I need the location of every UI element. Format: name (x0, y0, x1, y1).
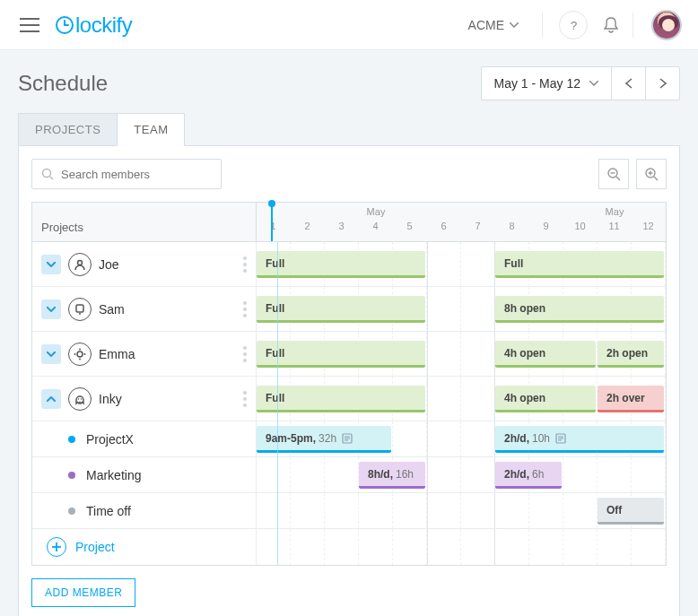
date-range-picker[interactable]: May 1 - May 12 (481, 66, 680, 100)
clock-icon (56, 16, 74, 34)
schedule-bar[interactable]: 4h open (495, 341, 596, 368)
schedule-bar[interactable]: 9am-5pm, 32h (257, 426, 391, 453)
bar-label: 4h open (504, 392, 545, 404)
expand-button[interactable] (41, 344, 61, 364)
schedule-bar[interactable]: 4h open (495, 386, 596, 412)
row-name-cell: Project (32, 529, 257, 565)
row-name-cell: Time off (32, 493, 257, 528)
collapse-button[interactable] (41, 389, 61, 409)
bar-label: Off (606, 504, 622, 516)
add-project-button[interactable]: Project (41, 537, 115, 557)
person-name: Inky (99, 392, 122, 406)
schedule-bar[interactable]: Full (257, 251, 425, 278)
bar-suffix: 10h (532, 432, 550, 445)
row-timeline[interactable]: 8h/d, 16h2h/d, 6h (257, 457, 666, 492)
page-title: Schedule (18, 71, 108, 96)
day-header: 3 (325, 203, 359, 241)
drag-handle[interactable] (243, 346, 247, 362)
expand-button[interactable] (41, 299, 61, 319)
month-label: May (359, 206, 393, 217)
row-timeline[interactable] (257, 529, 666, 565)
bar-label: 2h over (606, 392, 645, 404)
column-header-projects: Projects (32, 203, 257, 241)
bar-label: 2h/d, (504, 432, 529, 445)
avatar-icon (68, 387, 92, 411)
schedule-bar[interactable]: 8h open (495, 296, 664, 323)
bar-label: Full (266, 392, 284, 404)
schedule-bar[interactable]: Full (257, 296, 425, 323)
svg-point-19 (74, 353, 76, 355)
next-period-button[interactable] (645, 66, 679, 100)
project-color-dot (68, 508, 75, 515)
day-header: 10 (563, 203, 598, 241)
search-input[interactable] (61, 168, 212, 181)
bar-label: 2h/d, (504, 468, 529, 481)
bell-icon (604, 17, 618, 33)
row-name-cell: Marketing (32, 457, 257, 492)
drag-handle[interactable] (243, 301, 247, 317)
row-timeline[interactable]: FullFull (257, 242, 666, 286)
person-row: InkyFull4h open2h over (32, 377, 666, 421)
bar-label: 8h open (504, 302, 545, 315)
note-icon (342, 433, 353, 444)
zoom-in-button[interactable] (636, 159, 667, 189)
schedule-bar[interactable]: Off (598, 498, 664, 525)
schedule-bar[interactable]: 2h/d, 10h (495, 426, 664, 453)
svg-point-20 (84, 353, 86, 355)
expand-button[interactable] (41, 255, 61, 274)
workspace-selector[interactable]: ACME (468, 18, 519, 32)
search-input-wrapper[interactable] (31, 159, 222, 189)
add-member-button[interactable]: ADD MEMBER (31, 578, 135, 607)
person-name: Emma (99, 347, 135, 361)
person-name: Sam (99, 302, 125, 317)
schedule-bar[interactable]: 2h over (598, 386, 664, 412)
schedule-bar[interactable]: 2h/d, 6h (495, 462, 562, 489)
day-header: 7 (461, 203, 495, 241)
svg-point-16 (77, 351, 83, 357)
day-header: 2 (291, 203, 325, 241)
row-timeline[interactable]: Off (257, 493, 666, 528)
row-name-cell: Joe (32, 242, 257, 286)
tab-projects[interactable]: PROJECTS (18, 113, 117, 146)
help-button[interactable]: ? (559, 11, 588, 39)
date-range-label[interactable]: May 1 - May 12 (482, 76, 611, 91)
tab-team[interactable]: TEAM (117, 113, 185, 146)
svg-rect-14 (76, 305, 83, 312)
person-row: EmmaFull4h open2h open (32, 332, 666, 377)
project-name: Marketing (86, 468, 141, 482)
schedule-bar[interactable]: Full (257, 341, 425, 368)
project-row: ProjectX9am-5pm, 32h2h/d, 10h (32, 421, 666, 457)
svg-point-22 (81, 398, 83, 400)
schedule-bar[interactable]: 2h open (598, 341, 664, 368)
schedule-grid: JoeFullFullSamFull8h openEmmaFull4h open… (32, 242, 666, 565)
day-header: 5 (393, 203, 427, 241)
logo[interactable]: lockify (56, 13, 132, 38)
drag-handle[interactable] (243, 391, 247, 407)
row-timeline[interactable]: Full4h open2h open (257, 332, 666, 376)
svg-point-17 (79, 348, 81, 350)
chevron-down-icon (589, 81, 598, 86)
drag-handle[interactable] (243, 256, 247, 273)
month-label: May (598, 206, 632, 217)
add-project-row: Project (32, 529, 666, 565)
schedule-bar[interactable]: Full (257, 386, 425, 412)
row-timeline[interactable]: 9am-5pm, 32h2h/d, 10h (257, 421, 666, 456)
notifications-button[interactable] (597, 11, 625, 39)
day-header: 6 (427, 203, 461, 241)
svg-point-13 (78, 260, 83, 265)
note-icon (555, 433, 566, 444)
schedule-bar[interactable]: 8h/d, 16h (359, 462, 425, 489)
svg-text:?: ? (571, 19, 577, 31)
search-icon (41, 168, 54, 180)
row-timeline[interactable]: Full4h open2h over (257, 377, 666, 421)
row-timeline[interactable]: Full8h open (257, 287, 666, 331)
bar-label: 4h open (504, 347, 545, 360)
menu-icon[interactable] (16, 13, 43, 37)
today-marker (271, 203, 273, 241)
user-avatar[interactable] (651, 10, 682, 40)
zoom-out-button[interactable] (598, 159, 629, 189)
schedule-bar[interactable]: Full (495, 251, 664, 278)
day-header: 8 (495, 203, 529, 241)
prev-period-button[interactable] (611, 66, 645, 100)
avatar-icon (68, 298, 92, 321)
